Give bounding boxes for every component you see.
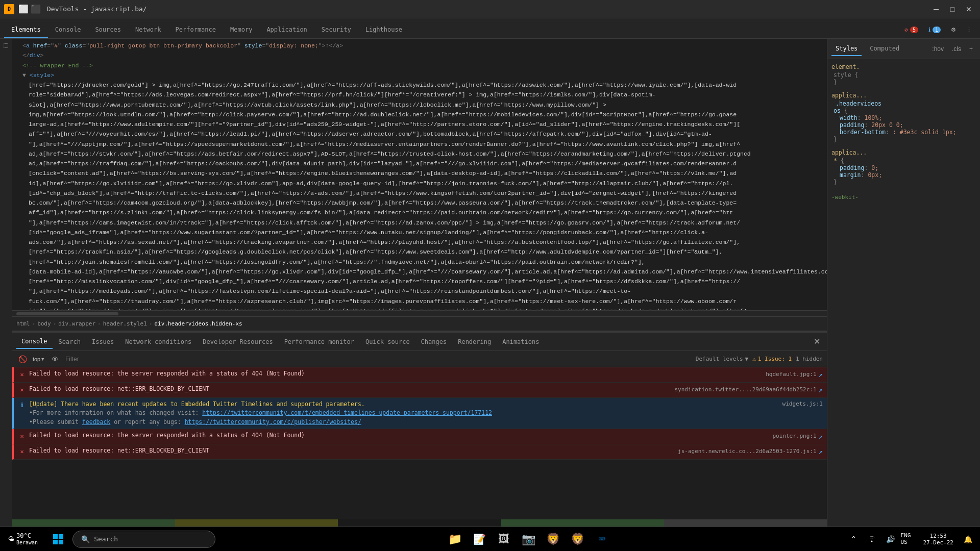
style-selector-1[interactable]: element.	[831, 63, 976, 70]
style-prop-padding2[interactable]: padding: 0;	[834, 164, 976, 171]
style-selector-3[interactable]: applica...	[831, 149, 976, 156]
dom-line[interactable]: slot],a[href^="https://www.porntubemate.…	[12, 100, 827, 110]
console-msg-source-twitter[interactable]: widgets.js:1	[782, 400, 823, 409]
close-console-section-button[interactable]: ✕	[811, 336, 823, 348]
default-levels-dropdown[interactable]: Default levels ▼	[696, 356, 748, 362]
tab-application[interactable]: Application	[259, 22, 314, 38]
tab-performance[interactable]: Performance	[168, 22, 223, 38]
dom-line[interactable]: ad,a[href^="https://traffdaq.com/"],a[hr…	[12, 159, 827, 168]
dom-line[interactable]: <!-- Wrapper End -->	[12, 61, 827, 70]
error-badge-button[interactable]: ⊘ 5	[900, 24, 922, 35]
console-msg-source-1[interactable]: hqdefault.jpg:1 ↗	[766, 369, 823, 380]
breadcrumb-divheadervideos[interactable]: div.headervideos.hidden-xs	[154, 320, 242, 327]
dom-line[interactable]: fuck.com/"],a[href^="https://thaudray.co…	[12, 296, 827, 306]
more-button[interactable]: ⋮	[962, 24, 976, 35]
hover-button[interactable]: :hov	[929, 43, 947, 55]
taskbar-chevron-icon[interactable]: ^	[845, 528, 862, 550]
taskbar-icon-brave1[interactable]: 🦁	[542, 528, 564, 550]
dock-side-icon[interactable]: ⬜	[18, 4, 29, 14]
external-link-icon-1[interactable]: ↗	[819, 369, 823, 380]
console-messages[interactable]: ✕ Failed to load resource: the server re…	[12, 367, 827, 519]
taskbar-icon-file-explorer[interactable]: 📁	[444, 528, 466, 550]
info-badge-button[interactable]: ℹ 1	[924, 24, 945, 35]
external-link-icon-2[interactable]: ↗	[819, 385, 823, 395]
top-context-button[interactable]: top ▼	[33, 353, 45, 365]
console-tab-quick-source[interactable]: Quick source	[360, 335, 415, 348]
dock-bottom-icon[interactable]: ⬛	[31, 4, 41, 14]
dom-line[interactable]: ▼ <style>	[12, 70, 827, 80]
dom-line[interactable]: aff_id"],a[href^="https://s.zlink1.com/"…	[12, 208, 827, 217]
dom-tree[interactable]: <a href="#" class="pull-right gotop btn …	[12, 39, 827, 310]
dom-line[interactable]: ad,a[href^="https://stvkr.com/"],a[href^…	[12, 149, 827, 159]
console-msg-source-3[interactable]: pointer.png:1 ↗	[772, 431, 823, 442]
maximize-button[interactable]: □	[945, 2, 960, 16]
plus-button[interactable]: +	[966, 43, 976, 55]
taskbar-icon-photos[interactable]: 🖼	[493, 528, 515, 550]
console-tab-changes[interactable]: Changes	[416, 335, 452, 348]
dom-line[interactable]: [id^="google_ads_iframe"],a[href^="https…	[12, 228, 827, 237]
dom-horizontal-scrollbar[interactable]	[12, 310, 827, 316]
console-tab-animations[interactable]: Animations	[497, 335, 544, 348]
feedback-link[interactable]: feedback	[82, 418, 110, 425]
console-tab-console[interactable]: Console	[16, 335, 53, 349]
breadcrumb-headerstyle1[interactable]: header.style1	[103, 320, 147, 327]
dom-line[interactable]: [onclick="content.ad"],a[href^="https://…	[12, 168, 827, 178]
styles-tab-styles[interactable]: Styles	[831, 42, 862, 56]
close-button[interactable]: ✕	[962, 2, 976, 16]
console-tab-search[interactable]: Search	[54, 335, 86, 348]
dom-line[interactable]: </div>	[12, 51, 827, 60]
cls-button[interactable]: .cls	[949, 43, 964, 55]
taskbar-search-bar[interactable]: 🔍 Search	[72, 531, 215, 548]
dom-line[interactable]: aff=""],a[href^="///voyeurhit.com/cs/"],…	[12, 129, 827, 139]
dom-line[interactable]: [href^="http://join.shemalesfromhell.com…	[12, 257, 827, 267]
dom-line[interactable]: "],a[href^="///apptjmp.com/"],a[href^="h…	[12, 139, 827, 149]
tab-network[interactable]: Network	[128, 22, 168, 38]
dom-line[interactable]: "],a[href^="https://cams.imagetwist.com/…	[12, 218, 827, 228]
hidden-count-badge[interactable]: 1 hidden	[796, 356, 823, 362]
taskbar-keyboard-icon[interactable]: ENG US	[900, 528, 917, 550]
dom-line[interactable]: id="],a[href^="https://m.do.co/c/"] > im…	[12, 306, 827, 310]
tab-console[interactable]: Console	[48, 22, 88, 38]
taskbar-weather[interactable]: 🌤 30°C Berawan	[4, 532, 42, 545]
dom-line[interactable]: "],a[href^="https://medleyads.com/"],a[h…	[12, 286, 827, 296]
style-prop-width[interactable]: width: 100%;	[834, 114, 976, 121]
issue-badge[interactable]: ⚠ 1 Issue: 1	[752, 356, 792, 362]
dom-line[interactable]: img,a[href^="https://look.utndln.com/"],…	[12, 110, 827, 119]
eye-icon-button[interactable]: 👁	[49, 353, 61, 365]
dom-line[interactable]: [id^="chp_ads_block"],a[href^="http://tr…	[12, 188, 827, 198]
inspect-icon[interactable]: ⬚	[4, 41, 8, 49]
taskbar-notification-icon[interactable]: 🔔	[960, 528, 976, 550]
clear-console-button[interactable]: 🚫	[16, 353, 29, 365]
style-prop-padding[interactable]: padding: 20px 0 0;	[834, 121, 976, 129]
dom-line[interactable]: [href^="https://trackfin.asia/"],a[href^…	[12, 247, 827, 257]
dom-line[interactable]: <a href="#" class="pull-right gotop btn …	[12, 41, 827, 51]
settings-button[interactable]: ⚙	[947, 24, 960, 35]
tab-lighthouse[interactable]: Lighthouse	[358, 22, 409, 38]
dom-line[interactable]: large-ad,a[href^="https://www.adultempir…	[12, 119, 827, 129]
style-prop-border-bottom[interactable]: border-bottom: : #3e3c solid 1px;	[834, 129, 976, 136]
twitter-link-2[interactable]: https://twittercommunity.com/c/publisher…	[185, 418, 361, 425]
dom-line[interactable]: [data-mobile-ad-id],a[href^="https://aau…	[12, 267, 827, 277]
console-tab-performance-monitor[interactable]: Performance monitor	[279, 335, 359, 348]
tab-sources[interactable]: Sources	[88, 22, 128, 38]
style-prop-margin2[interactable]: margin: 0px;	[834, 171, 976, 179]
breadcrumb-divwrapper[interactable]: div.wrapper	[58, 320, 95, 327]
console-tab-network-conditions[interactable]: Network conditions	[120, 335, 197, 348]
styles-tab-computed[interactable]: Computed	[866, 42, 903, 56]
taskbar-icon-camera[interactable]: 📷	[517, 528, 540, 550]
minimize-button[interactable]: ─	[929, 2, 943, 16]
dom-line[interactable]: [href="https://jdrucker.com/gold"] > img…	[12, 80, 827, 90]
taskbar-icon-notepad[interactable]: 📝	[468, 528, 491, 550]
taskbar-network-icon[interactable]	[864, 528, 880, 550]
taskbar-volume-icon[interactable]: 🔊	[882, 528, 898, 550]
taskbar-clock[interactable]: 12:53 27-Dec-22	[919, 528, 958, 550]
console-tab-developer-resources[interactable]: Developer Resources	[198, 335, 278, 348]
dom-line[interactable]: id],a[href^="https://go.xlviiidr.com"],a…	[12, 179, 827, 188]
style-selector-2[interactable]: applica...	[831, 92, 976, 99]
dom-line[interactable]: bc.com/"],a[href^="https://cam4com.go2cl…	[12, 198, 827, 208]
console-msg-source-4[interactable]: js-agent.newrelic.co...2d6a2503-1270.js:…	[678, 446, 823, 457]
twitter-link-1[interactable]: https://twittercommunity.com/t/embedded-…	[202, 409, 492, 416]
dom-line[interactable]: [href^="http://misslinkvocation.com/"],d…	[12, 277, 827, 286]
taskbar-icon-vscode[interactable]: ⌨	[591, 528, 613, 550]
breadcrumb-body[interactable]: body	[37, 320, 51, 327]
